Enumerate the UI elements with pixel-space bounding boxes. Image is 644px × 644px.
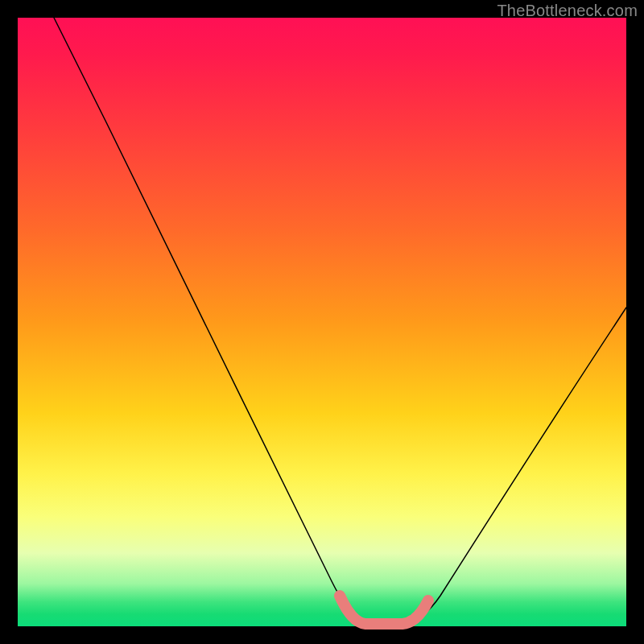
bottleneck-curve — [54, 18, 626, 623]
highlight-minimum — [340, 596, 428, 624]
chart-svg — [18, 18, 626, 626]
watermark-text: TheBottleneck.com — [497, 2, 638, 20]
plot-area — [18, 18, 626, 626]
chart-frame: TheBottleneck.com — [0, 0, 644, 644]
